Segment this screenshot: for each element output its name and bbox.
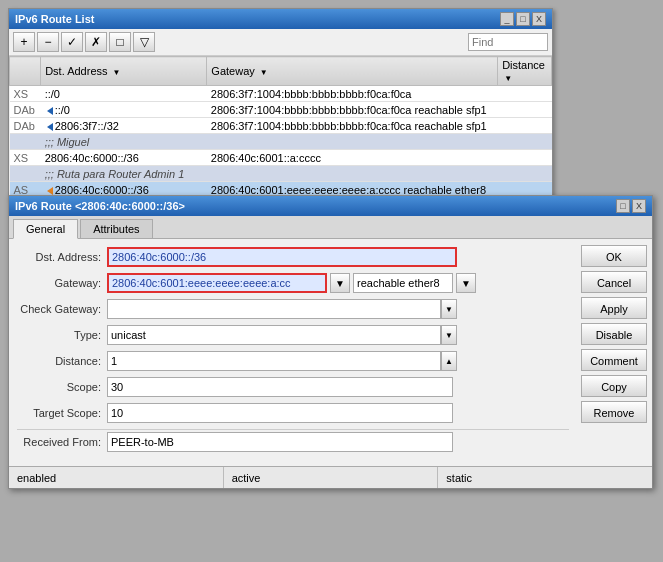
detail-form: Dst. Address: Gateway: ▼ ▼ Check Gateway…: [9, 239, 577, 466]
find-input[interactable]: [468, 33, 548, 51]
check-gateway-input-wrap: ▼: [107, 299, 457, 319]
row-dist: [498, 102, 552, 118]
table-row-section: ;;; Ruta para Router Admin 1: [10, 166, 552, 182]
table-row-section: ;;; Miguel: [10, 134, 552, 150]
dst-address-label: Dst. Address:: [17, 251, 107, 263]
tab-bar: General Attributes: [9, 216, 652, 239]
row-flag: [10, 166, 41, 182]
gateway-input[interactable]: [107, 273, 327, 293]
row-dst: ::/0: [41, 86, 207, 102]
gateway-inputs: ▼ ▼: [107, 273, 476, 293]
dst-address-row: Dst. Address:: [17, 247, 569, 267]
remove-toolbar-button[interactable]: −: [37, 32, 59, 52]
table-row[interactable]: DAb 2806:3f7::/32 2806:3f7:1004:bbbb:bbb…: [10, 118, 552, 134]
maximize-button[interactable]: □: [516, 12, 530, 26]
dst-address-input[interactable]: [107, 247, 457, 267]
section-label: ;;; Miguel: [41, 134, 552, 150]
check-gateway-label: Check Gateway:: [17, 303, 107, 315]
col-gw-header[interactable]: Gateway ▼: [207, 57, 498, 86]
disable-button[interactable]: Disable: [581, 323, 647, 345]
scope-row: Scope:: [17, 377, 569, 397]
row-flag: XS: [10, 86, 41, 102]
comment-button[interactable]: Comment: [581, 349, 647, 371]
filter-button[interactable]: ▽: [133, 32, 155, 52]
section-label: ;;; Ruta para Router Admin 1: [41, 166, 552, 182]
distance-label: Distance:: [17, 355, 107, 367]
route-list-toolbar: + − ✓ ✗ □ ▽: [9, 29, 552, 56]
detail-close-button[interactable]: X: [632, 199, 646, 213]
row-gw: 2806:3f7:1004:bbbb:bbbb:bbbb:f0ca:f0ca r…: [207, 118, 498, 134]
detail-maximize-button[interactable]: □: [616, 199, 630, 213]
target-scope-input[interactable]: [107, 403, 453, 423]
type-input-wrap: ▼: [107, 325, 457, 345]
received-from-input[interactable]: [107, 432, 453, 452]
gw-sort-icon: ▼: [260, 68, 268, 77]
target-scope-row: Target Scope:: [17, 403, 569, 423]
add-button[interactable]: +: [13, 32, 35, 52]
disable-toolbar-button[interactable]: ✗: [85, 32, 107, 52]
check-gateway-input[interactable]: [107, 299, 441, 319]
row-flag: XS: [10, 150, 41, 166]
col-dist-header[interactable]: Distance ▼: [498, 57, 552, 86]
status-enabled: enabled: [9, 467, 224, 488]
row-gw: 2806:40c:6001::a:cccc: [207, 150, 498, 166]
close-button[interactable]: X: [532, 12, 546, 26]
minimize-button[interactable]: _: [500, 12, 514, 26]
route-detail-titlebar: IPv6 Route <2806:40c:6000::/36> □ X: [9, 196, 652, 216]
remove-button[interactable]: Remove: [581, 401, 647, 423]
form-divider: [17, 429, 569, 430]
gateway-type-dropdown-button[interactable]: ▼: [456, 273, 476, 293]
distance-input[interactable]: [107, 351, 441, 371]
row-flag: DAb: [10, 102, 41, 118]
gateway-type-input[interactable]: [353, 273, 453, 293]
row-flag: DAb: [10, 118, 41, 134]
type-label: Type:: [17, 329, 107, 341]
row-dist: [498, 86, 552, 102]
received-from-label: Received From:: [17, 436, 107, 448]
row-dst: ::/0: [41, 102, 207, 118]
type-scroll-btn[interactable]: ▼: [441, 325, 457, 345]
route-list-titlebar: IPv6 Route List _ □ X: [9, 9, 552, 29]
scope-input[interactable]: [107, 377, 453, 397]
row-flag: [10, 134, 41, 150]
distance-scroll-btn[interactable]: ▲: [441, 351, 457, 371]
table-row[interactable]: DAb ::/0 2806:3f7:1004:bbbb:bbbb:bbbb:f0…: [10, 102, 552, 118]
row-gw: 2806:3f7:1004:bbbb:bbbb:bbbb:f0ca:f0ca: [207, 86, 498, 102]
apply-button[interactable]: Apply: [581, 297, 647, 319]
row-dist: [498, 150, 552, 166]
table-row[interactable]: XS ::/0 2806:3f7:1004:bbbb:bbbb:bbbb:f0c…: [10, 86, 552, 102]
route-detail-window: IPv6 Route <2806:40c:6000::/36> □ X Gene…: [8, 195, 653, 489]
scope-label: Scope:: [17, 381, 107, 393]
copy-toolbar-button[interactable]: □: [109, 32, 131, 52]
distance-input-wrap: ▲: [107, 351, 457, 371]
route-detail-controls: □ X: [616, 199, 646, 213]
detail-content: Dst. Address: Gateway: ▼ ▼ Check Gateway…: [9, 239, 652, 466]
tab-attributes[interactable]: Attributes: [80, 219, 152, 238]
route-list-window: IPv6 Route List _ □ X + − ✓ ✗ □ ▽ Dst. A…: [8, 8, 553, 199]
received-from-row: Received From:: [17, 432, 569, 452]
check-gateway-scroll-btn[interactable]: ▼: [441, 299, 457, 319]
col-dst-header[interactable]: Dst. Address ▼: [41, 57, 207, 86]
gateway-dropdown-button[interactable]: ▼: [330, 273, 350, 293]
target-scope-label: Target Scope:: [17, 407, 107, 419]
route-detail-title: IPv6 Route <2806:40c:6000::/36>: [15, 200, 185, 212]
tab-general[interactable]: General: [13, 219, 78, 239]
gateway-label: Gateway:: [17, 277, 107, 289]
check-gateway-row: Check Gateway: ▼: [17, 299, 569, 319]
copy-button[interactable]: Copy: [581, 375, 647, 397]
row-dst: 2806:3f7::/32: [41, 118, 207, 134]
ok-button[interactable]: OK: [581, 245, 647, 267]
status-static: static: [438, 467, 652, 488]
type-input[interactable]: [107, 325, 441, 345]
row-gw: 2806:3f7:1004:bbbb:bbbb:bbbb:f0ca:f0ca r…: [207, 102, 498, 118]
dist-sort-icon: ▼: [504, 74, 512, 83]
enable-button[interactable]: ✓: [61, 32, 83, 52]
row-dst: 2806:40c:6000::/36: [41, 150, 207, 166]
table-row[interactable]: XS 2806:40c:6000::/36 2806:40c:6001::a:c…: [10, 150, 552, 166]
distance-row: Distance: ▲: [17, 351, 569, 371]
cancel-button[interactable]: Cancel: [581, 271, 647, 293]
route-table: Dst. Address ▼ Gateway ▼ Distance ▼ XS :…: [9, 56, 552, 198]
gateway-row: Gateway: ▼ ▼: [17, 273, 569, 293]
status-bar: enabled active static: [9, 466, 652, 488]
side-buttons: OK Cancel Apply Disable Comment Copy Rem…: [577, 239, 652, 466]
